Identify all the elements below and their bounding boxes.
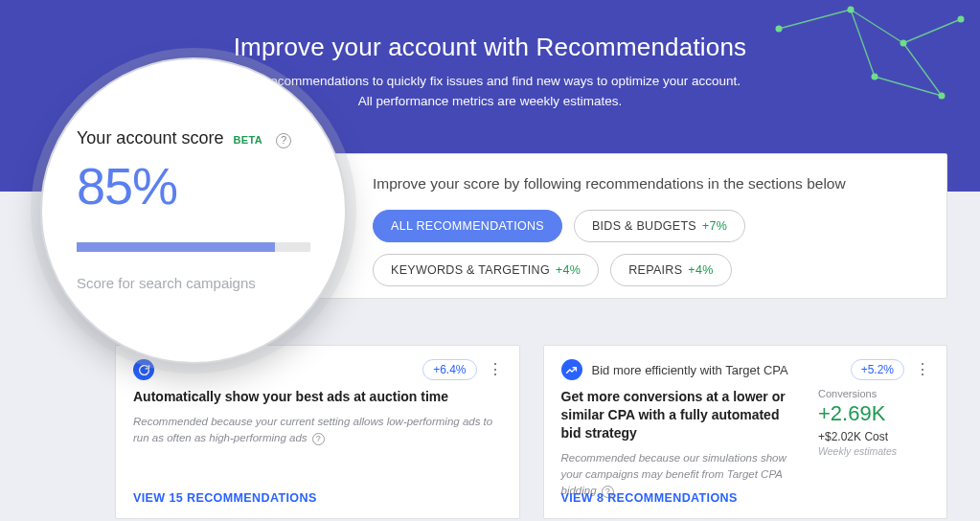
svg-point-6 [776,26,783,33]
svg-line-2 [903,19,961,43]
tile-score-badge: +6.4% [422,359,476,380]
tile-subtext: Recommended because your current setting… [133,414,504,447]
svg-line-3 [851,10,875,77]
svg-line-0 [779,10,851,29]
filter-pill-repairs[interactable]: REPAIRS+4% [610,254,731,286]
kebab-icon[interactable]: ⋮ [914,363,931,376]
recommendation-tiles: +6.4% ⋮ Automatically show your best ads… [115,345,947,519]
svg-point-7 [848,7,855,13]
account-score-lens: Your account score BETA ? 85% Score for … [40,57,347,364]
metric-note: Weekly estimates [818,445,931,457]
tile-headline: Automatically show your best ads at auct… [133,388,504,406]
tile-name: Bid more efficiently with Target CPA [592,363,788,377]
trending-up-icon [561,359,582,380]
score-progress [77,242,310,252]
help-icon[interactable]: ? [312,433,325,445]
metric-secondary: +$2.02K Cost [818,430,931,443]
kebab-icon[interactable]: ⋮ [487,363,504,376]
svg-line-1 [851,10,903,43]
svg-point-8 [900,40,907,47]
tile-headline: Get more conversions at a lower or simil… [561,388,802,442]
tile-score-badge: +5.2% [851,359,904,380]
beta-badge: BETA [233,134,262,146]
score-title: Your account score [77,128,223,148]
filter-pill-all[interactable]: ALL RECOMMENDATIONS [373,210,562,242]
svg-point-9 [958,16,965,23]
score-progress-fill [77,242,275,252]
filter-pill-bids-budgets[interactable]: BIDS & BUDGETS+7% [574,210,745,242]
tile-view-link[interactable]: VIEW 15 RECOMMENDATIONS [133,491,317,505]
filter-heading: Improve your score by following recommen… [373,175,918,193]
filter-pill-row: ALL RECOMMENDATIONS BIDS & BUDGETS+7% KE… [373,210,918,286]
help-icon[interactable]: ? [276,133,291,148]
recommendation-tile: Bid more efficiently with Target CPA +5.… [543,345,948,519]
tile-metrics: Conversions +2.69K +$2.02K Cost Weekly e… [818,388,931,499]
score-value: 85% [77,156,310,215]
metric-value: +2.69K [818,401,931,426]
score-subtitle: Score for search campaigns [77,275,310,291]
tile-view-link[interactable]: VIEW 8 RECOMMENDATIONS [561,491,738,505]
metric-label: Conversions [818,388,931,399]
filter-pill-keywords-targeting[interactable]: KEYWORDS & TARGETING+4% [373,254,599,286]
recommendation-tile: +6.4% ⋮ Automatically show your best ads… [115,345,520,519]
refresh-icon [133,359,154,380]
